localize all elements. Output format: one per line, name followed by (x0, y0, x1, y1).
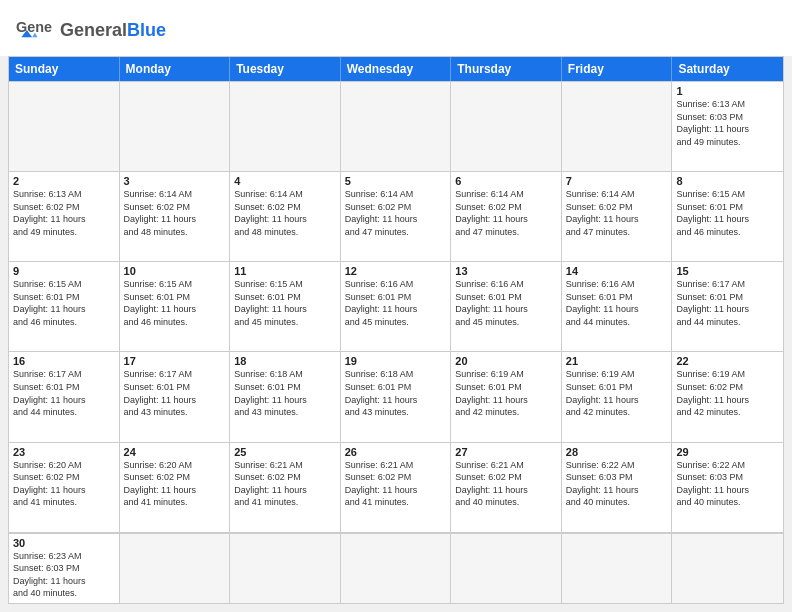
cal-cell: 2Sunrise: 6:13 AM Sunset: 6:02 PM Daylig… (9, 172, 120, 262)
day-number: 8 (676, 175, 779, 187)
day-number: 23 (13, 446, 115, 458)
day-number: 29 (676, 446, 779, 458)
calendar: Sunday Monday Tuesday Wednesday Thursday… (8, 56, 784, 604)
cell-info: Sunrise: 6:16 AM Sunset: 6:01 PM Dayligh… (345, 278, 447, 328)
cal-cell: 18Sunrise: 6:18 AM Sunset: 6:01 PM Dayli… (230, 352, 341, 442)
last-row-cell (120, 534, 231, 603)
header-thursday: Thursday (451, 57, 562, 81)
cal-cell: 27Sunrise: 6:21 AM Sunset: 6:02 PM Dayli… (451, 443, 562, 533)
cell-info: Sunrise: 6:21 AM Sunset: 6:02 PM Dayligh… (455, 459, 557, 509)
header-friday: Friday (562, 57, 673, 81)
cell-info: Sunrise: 6:14 AM Sunset: 6:02 PM Dayligh… (124, 188, 226, 238)
day-number: 24 (124, 446, 226, 458)
cell-info: Sunrise: 6:20 AM Sunset: 6:02 PM Dayligh… (13, 459, 115, 509)
day-number: 14 (566, 265, 668, 277)
day-number: 18 (234, 355, 336, 367)
cell-info: Sunrise: 6:14 AM Sunset: 6:02 PM Dayligh… (566, 188, 668, 238)
header-sunday: Sunday (9, 57, 120, 81)
cell-info: Sunrise: 6:17 AM Sunset: 6:01 PM Dayligh… (124, 368, 226, 418)
cal-cell: 1Sunrise: 6:13 AM Sunset: 6:03 PM Daylig… (672, 82, 783, 172)
last-row-cell (672, 534, 783, 603)
cal-cell: 25Sunrise: 6:21 AM Sunset: 6:02 PM Dayli… (230, 443, 341, 533)
last-row-cell (562, 534, 673, 603)
cell-info: Sunrise: 6:17 AM Sunset: 6:01 PM Dayligh… (13, 368, 115, 418)
cell-info: Sunrise: 6:23 AM Sunset: 6:03 PM Dayligh… (13, 550, 115, 600)
last-row-cell: 30Sunrise: 6:23 AM Sunset: 6:03 PM Dayli… (9, 534, 120, 603)
cal-cell: 21Sunrise: 6:19 AM Sunset: 6:01 PM Dayli… (562, 352, 673, 442)
day-number: 1 (676, 85, 779, 97)
cell-info: Sunrise: 6:16 AM Sunset: 6:01 PM Dayligh… (455, 278, 557, 328)
page: General GeneralBlue Sunday Monday Tuesda… (0, 0, 792, 612)
cell-info: Sunrise: 6:14 AM Sunset: 6:02 PM Dayligh… (455, 188, 557, 238)
cell-info: Sunrise: 6:19 AM Sunset: 6:02 PM Dayligh… (676, 368, 779, 418)
day-number: 19 (345, 355, 447, 367)
cal-cell: 9Sunrise: 6:15 AM Sunset: 6:01 PM Daylig… (9, 262, 120, 352)
day-number: 17 (124, 355, 226, 367)
header: General GeneralBlue (0, 0, 792, 56)
cal-cell (341, 82, 452, 172)
cal-cell: 12Sunrise: 6:16 AM Sunset: 6:01 PM Dayli… (341, 262, 452, 352)
day-number: 21 (566, 355, 668, 367)
cal-cell: 26Sunrise: 6:21 AM Sunset: 6:02 PM Dayli… (341, 443, 452, 533)
day-number: 16 (13, 355, 115, 367)
header-saturday: Saturday (672, 57, 783, 81)
day-number: 25 (234, 446, 336, 458)
cal-cell: 10Sunrise: 6:15 AM Sunset: 6:01 PM Dayli… (120, 262, 231, 352)
cal-cell (230, 82, 341, 172)
day-number: 12 (345, 265, 447, 277)
last-row-cell (341, 534, 452, 603)
header-monday: Monday (120, 57, 231, 81)
day-number: 5 (345, 175, 447, 187)
cell-info: Sunrise: 6:22 AM Sunset: 6:03 PM Dayligh… (566, 459, 668, 509)
cal-cell (451, 82, 562, 172)
cal-cell: 23Sunrise: 6:20 AM Sunset: 6:02 PM Dayli… (9, 443, 120, 533)
cal-cell: 17Sunrise: 6:17 AM Sunset: 6:01 PM Dayli… (120, 352, 231, 442)
cal-cell: 11Sunrise: 6:15 AM Sunset: 6:01 PM Dayli… (230, 262, 341, 352)
cal-cell: 14Sunrise: 6:16 AM Sunset: 6:01 PM Dayli… (562, 262, 673, 352)
logo-icon: General (16, 12, 52, 48)
cell-info: Sunrise: 6:16 AM Sunset: 6:01 PM Dayligh… (566, 278, 668, 328)
cal-cell (9, 82, 120, 172)
header-wednesday: Wednesday (341, 57, 452, 81)
cal-cell (120, 82, 231, 172)
day-number: 20 (455, 355, 557, 367)
cell-info: Sunrise: 6:15 AM Sunset: 6:01 PM Dayligh… (676, 188, 779, 238)
cal-cell: 5Sunrise: 6:14 AM Sunset: 6:02 PM Daylig… (341, 172, 452, 262)
cell-info: Sunrise: 6:13 AM Sunset: 6:02 PM Dayligh… (13, 188, 115, 238)
cal-cell: 22Sunrise: 6:19 AM Sunset: 6:02 PM Dayli… (672, 352, 783, 442)
day-number: 6 (455, 175, 557, 187)
last-row-cell (451, 534, 562, 603)
day-number: 13 (455, 265, 557, 277)
cal-cell: 6Sunrise: 6:14 AM Sunset: 6:02 PM Daylig… (451, 172, 562, 262)
day-number: 3 (124, 175, 226, 187)
cell-info: Sunrise: 6:17 AM Sunset: 6:01 PM Dayligh… (676, 278, 779, 328)
cell-info: Sunrise: 6:15 AM Sunset: 6:01 PM Dayligh… (124, 278, 226, 328)
cell-info: Sunrise: 6:15 AM Sunset: 6:01 PM Dayligh… (234, 278, 336, 328)
cal-cell: 28Sunrise: 6:22 AM Sunset: 6:03 PM Dayli… (562, 443, 673, 533)
cell-info: Sunrise: 6:14 AM Sunset: 6:02 PM Dayligh… (234, 188, 336, 238)
cal-cell: 3Sunrise: 6:14 AM Sunset: 6:02 PM Daylig… (120, 172, 231, 262)
cell-info: Sunrise: 6:21 AM Sunset: 6:02 PM Dayligh… (345, 459, 447, 509)
cal-cell (562, 82, 673, 172)
cal-cell: 4Sunrise: 6:14 AM Sunset: 6:02 PM Daylig… (230, 172, 341, 262)
cell-info: Sunrise: 6:18 AM Sunset: 6:01 PM Dayligh… (234, 368, 336, 418)
day-number: 9 (13, 265, 115, 277)
cell-info: Sunrise: 6:22 AM Sunset: 6:03 PM Dayligh… (676, 459, 779, 509)
day-number: 30 (13, 537, 115, 549)
day-number: 11 (234, 265, 336, 277)
cell-info: Sunrise: 6:21 AM Sunset: 6:02 PM Dayligh… (234, 459, 336, 509)
svg-text:General: General (16, 19, 52, 35)
day-number: 22 (676, 355, 779, 367)
day-number: 27 (455, 446, 557, 458)
last-row-cell (230, 534, 341, 603)
cal-cell: 24Sunrise: 6:20 AM Sunset: 6:02 PM Dayli… (120, 443, 231, 533)
day-number: 10 (124, 265, 226, 277)
cal-cell: 8Sunrise: 6:15 AM Sunset: 6:01 PM Daylig… (672, 172, 783, 262)
header-tuesday: Tuesday (230, 57, 341, 81)
cell-info: Sunrise: 6:18 AM Sunset: 6:01 PM Dayligh… (345, 368, 447, 418)
day-number: 15 (676, 265, 779, 277)
cal-cell: 29Sunrise: 6:22 AM Sunset: 6:03 PM Dayli… (672, 443, 783, 533)
logo-text: GeneralBlue (60, 20, 166, 41)
cell-info: Sunrise: 6:14 AM Sunset: 6:02 PM Dayligh… (345, 188, 447, 238)
day-number: 28 (566, 446, 668, 458)
